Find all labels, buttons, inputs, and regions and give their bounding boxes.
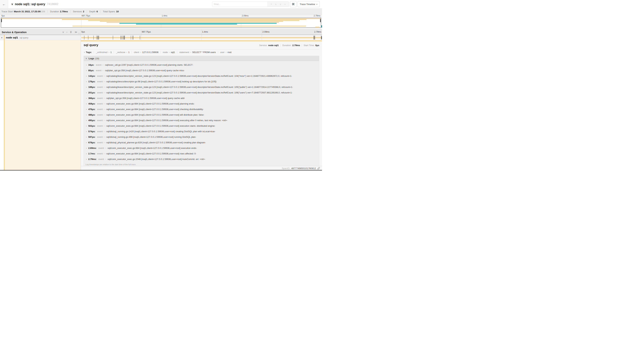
log-row[interactable]: ›459μs:event=‹sql/conn_executor_exec.go:… — [85, 101, 319, 106]
minimap-span-bar[interactable] — [107, 22, 279, 23]
span-log-marker[interactable] — [122, 36, 123, 40]
span-log-marker[interactable] — [124, 36, 124, 40]
span-log-marker[interactable] — [113, 36, 113, 40]
back-button[interactable]: ← — [0, 0, 8, 8]
log-row[interactable]: ›201μs:event=‹sql/catalog/lease/descript… — [85, 90, 319, 95]
minimap-span-bar[interactable] — [100, 21, 283, 22]
log-field-value: sql/catalog/descs/descriptor.go:98 [nsql… — [106, 80, 216, 83]
log-field-value: sql/catalog/lease/descriptor_version_sta… — [106, 86, 292, 88]
deep-link-icon[interactable] — [317, 167, 320, 170]
log-row[interactable]: ›142μs:event=‹sql/catalog/lease/descript… — [85, 73, 319, 79]
log-row[interactable]: ›366μs:event=‹sql/plan_opt.go:358 [nsql1… — [85, 95, 319, 101]
log-field-value: sql/conn_executor_exec.go:2046 [nsql1,cl… — [108, 158, 205, 160]
chevron-down-icon[interactable]: ∨ — [62, 31, 64, 34]
tag-equals: = — [108, 51, 110, 54]
minimap-span-bar[interactable] — [72, 26, 306, 27]
span-log-marker[interactable] — [98, 36, 99, 40]
trace-minimap[interactable]: 0μs697.75μs1.4ms2.09ms2.79ms — [0, 15, 322, 28]
minimap-canvas[interactable] — [1, 18, 321, 28]
log-row[interactable]: ›2.7ms:event=‹sql/conn_executor_exec.go:… — [85, 151, 319, 156]
trace-collapse-icon[interactable]: ∨ — [11, 3, 13, 6]
chevron-up-icon[interactable]: ∧ — [275, 3, 277, 6]
trace-meta-item: Total Spans10 — [100, 10, 119, 13]
log-equals: = — [105, 147, 106, 149]
locate-icon[interactable]: ⌖ — [270, 3, 272, 6]
page-header: ← ∨ node sql1: sql query 7418682 ⌖ ∧ ∨ ×… — [0, 0, 322, 9]
chevron-down-icon[interactable]: ∨ — [280, 3, 281, 6]
scrollbar-fragment[interactable] — [322, 36, 322, 39]
double-chevron-right-icon[interactable]: ≫ — [74, 31, 77, 34]
span-log-marker[interactable] — [131, 36, 131, 40]
minimap-span-bar[interactable] — [316, 27, 320, 28]
logs-header[interactable]: ∨ Logs (18) — [84, 56, 319, 61]
span-row[interactable]: ∨ node sql1 sql query — [0, 35, 322, 40]
log-timestamp: 574μs: — [88, 130, 96, 133]
logs-label: Logs — [89, 57, 94, 60]
double-chevron-down-icon[interactable]: ≫ — [70, 31, 72, 34]
span-log-marker[interactable] — [314, 36, 314, 40]
chevron-down-icon: ∨ — [86, 57, 87, 60]
log-row[interactable]: ›80μs:event=‹sql/plan_opt.go:358 [nsql1,… — [85, 68, 319, 73]
column-resize-grip[interactable] — [78, 33, 80, 34]
tag-value: 127.0.0.1:59936 — [142, 51, 158, 54]
span-log-marker[interactable] — [121, 36, 121, 40]
log-field-key: event — [96, 69, 102, 72]
keyboard-shortcuts-button[interactable]: ⌘ — [290, 1, 296, 7]
span-row-name-cell[interactable]: ∨ node sql1 sql query — [0, 35, 81, 40]
scrollbar-fragment[interactable] — [321, 25, 322, 28]
span-log-marker[interactable] — [125, 36, 125, 40]
tag-value: 1 — [128, 51, 130, 54]
span-log-marker[interactable] — [94, 36, 94, 40]
logs-footer-note: Log timestamps are relative to the start… — [84, 162, 319, 166]
span-log-marker[interactable] — [133, 36, 133, 40]
log-row[interactable]: ›2.79ms:event=‹sql/conn_executor_exec.go… — [85, 156, 319, 162]
log-equals: = — [104, 130, 105, 133]
chevron-down-icon[interactable]: ∨ — [1, 36, 2, 39]
log-row[interactable]: ›597μs:event=‹sql/distsql_running.go:498… — [85, 134, 319, 140]
span-log-marker[interactable] — [88, 36, 88, 40]
span-log-marker[interactable] — [140, 36, 140, 40]
minimap-span-bar[interactable] — [88, 20, 299, 21]
log-field-value: sql/exec_util.go:2297 [nsql1,client=127.… — [105, 64, 192, 66]
selected-span-bar[interactable] — [81, 40, 322, 42]
span-log-marker[interactable] — [96, 36, 97, 40]
tags-row[interactable]: › Tags: _unfinished=1_verbose=1client=12… — [84, 50, 319, 54]
minimap-span-bar[interactable] — [1, 18, 321, 19]
log-row[interactable]: ›486μs:event=‹sql/conn_executor_exec.go:… — [85, 112, 319, 118]
view-selector-button[interactable]: Trace Timeline ∨ — [298, 1, 320, 7]
log-row[interactable]: ›34μs:event=‹sql/exec_util.go:2297 [nsql… — [85, 62, 319, 68]
span-log-marker[interactable] — [84, 36, 84, 40]
log-equals: = — [104, 80, 105, 83]
span-log-marker[interactable] — [314, 36, 315, 40]
find-input[interactable] — [212, 2, 268, 7]
log-row[interactable]: ›495μs:event=‹sql/conn_executor_exec.go:… — [85, 118, 319, 123]
log-row[interactable]: ›502μs:event=‹sql/conn_executor_exec.go:… — [85, 123, 319, 129]
log-row[interactable]: ›2.69ms:event=‹sql/conn_executor_exec.go… — [85, 145, 319, 151]
timeline-gridline — [202, 30, 202, 35]
span-log-marker[interactable] — [123, 36, 124, 40]
timeline-tick-label: 1.4ms — [162, 15, 168, 17]
span-row-timeline-cell[interactable] — [81, 35, 322, 40]
minimap-span-bar[interactable] — [62, 19, 306, 20]
close-quote: › — [216, 80, 217, 83]
log-field-value: sql/catalog/lease/descriptor_version_sta… — [106, 91, 292, 94]
log-timestamp: 597μs: — [88, 136, 96, 138]
meta-value: 10 — [116, 10, 119, 13]
chevron-right-icon: › — [85, 152, 88, 155]
log-equals: = — [104, 119, 105, 122]
minimap-span-bar[interactable] — [120, 23, 277, 24]
span-log-marker[interactable] — [98, 36, 98, 40]
timeline-tick-label: 697.75μs — [142, 31, 151, 33]
log-row[interactable]: ›678μs:event=‹sql/distsql_physical_plann… — [85, 140, 319, 145]
log-timestamp: 486μs: — [88, 114, 96, 116]
log-row[interactable]: ›476μs:event=‹sql/conn_executor_exec.go:… — [85, 106, 319, 112]
log-field-key: event — [97, 141, 103, 144]
minimap-span-bar[interactable] — [136, 24, 237, 25]
chevron-right-icon[interactable]: › — [66, 31, 67, 34]
log-row[interactable]: ›574μs:event=‹sql/distsql_running.go:142… — [85, 129, 319, 134]
clear-icon[interactable]: × — [284, 3, 286, 6]
close-quote: › — [192, 64, 193, 66]
log-row[interactable]: ›176μs:event=‹sql/catalog/descs/descript… — [85, 79, 319, 84]
log-row[interactable]: ›189μs:event=‹sql/catalog/lease/descript… — [85, 84, 319, 90]
log-equals: = — [104, 152, 105, 155]
